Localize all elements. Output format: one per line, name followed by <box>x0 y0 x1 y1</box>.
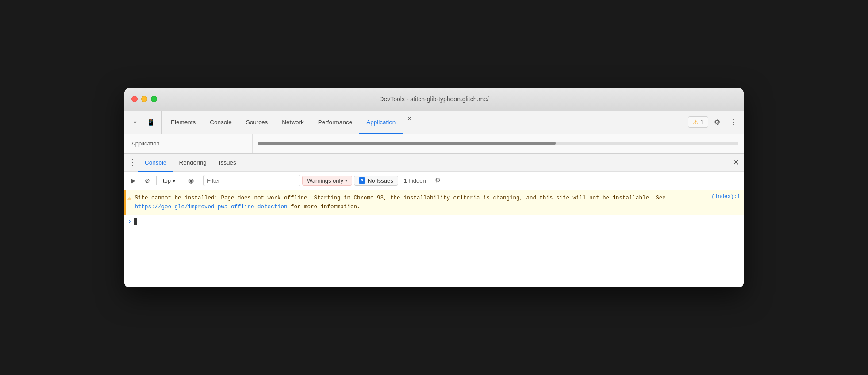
more-vert-icon: ⋮ <box>128 157 136 167</box>
tab-elements[interactable]: Elements <box>164 111 203 134</box>
console-settings-button[interactable]: ⚙ <box>432 174 444 187</box>
warning-source-link[interactable]: (index):1 <box>711 194 740 200</box>
close-button[interactable] <box>131 96 138 102</box>
window-title: DevTools - stitch-glib-typhoon.glitch.me… <box>379 96 488 103</box>
warnings-dropdown-arrow: ▾ <box>345 178 347 183</box>
cursor-icon: ⌖ <box>133 118 137 126</box>
clear-button[interactable]: ⊘ <box>141 174 154 187</box>
toolbar-right: ⚠ 1 ⚙ ⋮ <box>688 111 740 134</box>
warnings-only-button[interactable]: Warnings only ▾ <box>302 176 352 186</box>
minimize-button[interactable] <box>141 96 147 102</box>
console-panel: ⋮ Console Rendering Issues ✕ ▶ <box>124 153 744 287</box>
devtools-tabs: Elements Console Sources Network Perform… <box>164 111 688 134</box>
settings-icon: ⚙ <box>714 118 720 126</box>
more-options-icon: ⋮ <box>730 118 737 126</box>
upper-panel: Application <box>124 134 744 153</box>
gear-icon: ⚙ <box>435 176 441 184</box>
settings-button[interactable]: ⚙ <box>710 115 724 129</box>
toolbar-icons: ⌖ 📱 <box>128 111 162 134</box>
eye-button[interactable]: ◉ <box>185 174 197 187</box>
warning-link[interactable]: https://goo.gle/improved-pwa-offline-det… <box>134 204 287 210</box>
upper-panel-right <box>253 134 744 153</box>
more-tabs-icon: » <box>408 114 412 122</box>
console-warning-text: Site cannot be installed: Page does not … <box>134 194 708 211</box>
titlebar: DevTools - stitch-glib-typhoon.glitch.me… <box>124 88 744 111</box>
tab-console[interactable]: Console <box>203 111 239 134</box>
content-area: Application ⋮ Console Rendering <box>124 134 744 287</box>
console-toolbar: ▶ ⊘ top ▾ ◉ Warnings only ▾ <box>124 172 744 190</box>
more-tabs-button[interactable]: » <box>403 111 417 125</box>
console-tab-rendering[interactable]: Rendering <box>173 154 213 172</box>
warning-count: 1 <box>700 119 703 126</box>
no-issues-icon: ⚑ <box>359 177 365 184</box>
traffic-lights <box>131 96 157 102</box>
device-toggle-button[interactable]: 📱 <box>144 115 158 129</box>
warning-badge[interactable]: ⚠ 1 <box>688 116 708 128</box>
warnings-only-label: Warnings only <box>307 177 343 184</box>
ban-icon: ⊘ <box>145 177 150 184</box>
console-prompt-row: › <box>124 215 744 228</box>
devtools-window: DevTools - stitch-glib-typhoon.glitch.me… <box>124 88 744 287</box>
progress-bar-container <box>258 142 738 145</box>
hidden-count: 1 hidden <box>400 175 430 186</box>
context-value: top <box>163 177 171 184</box>
console-close-button[interactable]: ✕ <box>730 156 742 168</box>
warning-triangle-icon: ⚠ <box>127 194 131 202</box>
device-toggle-icon: 📱 <box>146 118 155 126</box>
devtools-toolbar: ⌖ 📱 Elements Console Sources Network Per… <box>124 111 744 134</box>
close-icon: ✕ <box>733 157 739 167</box>
maximize-button[interactable] <box>151 96 157 102</box>
more-options-button[interactable]: ⋮ <box>726 115 740 129</box>
no-issues-button[interactable]: ⚑ No Issues <box>354 176 398 186</box>
console-tabs-menu[interactable]: ⋮ <box>126 156 138 168</box>
divider-1 <box>156 176 157 185</box>
upper-panel-left-label: Application <box>124 134 253 153</box>
tab-application[interactable]: Application <box>359 111 403 134</box>
cursor-tool-button[interactable]: ⌖ <box>128 115 142 129</box>
play-icon: ▶ <box>131 177 136 184</box>
console-tab-issues[interactable]: Issues <box>213 154 242 172</box>
tab-performance[interactable]: Performance <box>311 111 359 134</box>
no-issues-label: No Issues <box>368 177 393 184</box>
console-tab-console[interactable]: Console <box>138 154 173 172</box>
console-content: ⚠ Site cannot be installed: Page does no… <box>124 190 744 287</box>
divider-2 <box>182 176 182 185</box>
progress-bar-fill <box>258 142 556 145</box>
chevron-down-icon: ▾ <box>173 177 176 184</box>
prompt-icon: › <box>128 218 131 225</box>
console-tabs-bar: ⋮ Console Rendering Issues ✕ <box>124 154 744 172</box>
filter-input[interactable] <box>203 175 300 186</box>
tab-network[interactable]: Network <box>275 111 311 134</box>
tab-sources[interactable]: Sources <box>239 111 275 134</box>
warning-icon: ⚠ <box>693 119 699 126</box>
console-cursor <box>134 218 137 225</box>
console-warning-row: ⚠ Site cannot be installed: Page does no… <box>124 190 744 215</box>
context-selector[interactable]: top ▾ <box>159 176 179 185</box>
divider-3 <box>200 176 200 185</box>
execute-button[interactable]: ▶ <box>127 174 139 187</box>
eye-icon: ◉ <box>188 177 194 184</box>
